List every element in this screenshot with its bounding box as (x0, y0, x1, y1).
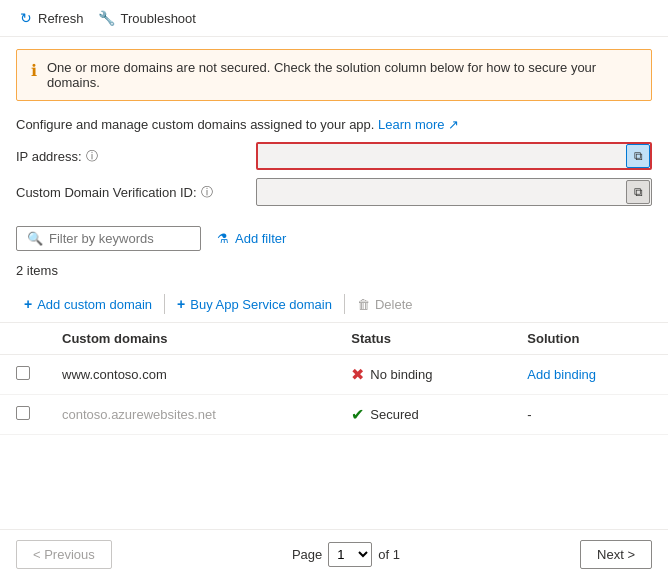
ok-icon: ✔ (351, 405, 364, 424)
next-button[interactable]: Next > (580, 540, 652, 569)
header-checkbox-cell (0, 323, 46, 355)
troubleshoot-button[interactable]: 🔧 Troubleshoot (94, 6, 206, 30)
table-header-row: Custom domains Status Solution (0, 323, 668, 355)
filter-input[interactable] (49, 231, 179, 246)
search-icon: 🔍 (27, 231, 43, 246)
row-2-status: ✔ Secured (335, 395, 511, 435)
row-2-checkbox[interactable] (16, 406, 30, 420)
plus-icon-2: + (177, 296, 185, 312)
copy-icon: ⧉ (634, 149, 643, 163)
row-2-domain: contoso.azurewebsites.net (46, 395, 335, 435)
page-info: Page 1 of 1 (292, 542, 400, 567)
row-2-checkbox-cell (0, 395, 46, 435)
filter-funnel-icon: ⚗ (217, 231, 229, 246)
verification-id-input-wrap: ⧉ (256, 178, 652, 206)
refresh-button[interactable]: ↻ Refresh (16, 6, 94, 30)
trash-icon: 🗑 (357, 297, 370, 312)
add-filter-label: Add filter (235, 231, 286, 246)
verification-id-label: Custom Domain Verification ID: ⓘ (16, 184, 256, 201)
ip-address-field: IP address: ⓘ ⧉ (16, 142, 652, 170)
buy-domain-button[interactable]: + Buy App Service domain (169, 292, 340, 316)
delete-label: Delete (375, 297, 413, 312)
verification-id-field: Custom Domain Verification ID: ⓘ ⧉ (16, 178, 652, 206)
page-label: Page (292, 547, 322, 562)
ip-info-icon[interactable]: ⓘ (86, 148, 98, 165)
delete-button[interactable]: 🗑 Delete (349, 293, 421, 316)
header-custom-domains: Custom domains (46, 323, 335, 355)
header-solution: Solution (511, 323, 668, 355)
alert-banner: ℹ One or more domains are not secured. C… (16, 49, 652, 101)
add-custom-domain-button[interactable]: + Add custom domain (16, 292, 160, 316)
wrench-icon: 🔧 (98, 10, 115, 26)
learn-more-link[interactable]: Learn more ↗ (378, 117, 459, 132)
info-row: Configure and manage custom domains assi… (0, 113, 668, 142)
table-row: contoso.azurewebsites.net ✔ Secured - (0, 395, 668, 435)
row-2-solution: - (511, 395, 668, 435)
table-row: www.contoso.com ✖ No binding Add binding (0, 355, 668, 395)
filter-input-wrap: 🔍 (16, 226, 201, 251)
row-1-checkbox-cell (0, 355, 46, 395)
form-section: IP address: ⓘ ⧉ Custom Domain Verificati… (0, 142, 668, 206)
troubleshoot-label: Troubleshoot (121, 11, 196, 26)
refresh-icon: ↻ (20, 10, 32, 26)
row-1-solution[interactable]: Add binding (511, 355, 668, 395)
toolbar: ↻ Refresh 🔧 Troubleshoot (0, 0, 668, 37)
ip-address-label: IP address: ⓘ (16, 148, 256, 165)
add-filter-button[interactable]: ⚗ Add filter (209, 227, 294, 250)
error-icon: ✖ (351, 365, 364, 384)
ip-copy-button[interactable]: ⧉ (626, 144, 650, 168)
warning-icon: ℹ (31, 61, 37, 80)
row-1-domain: www.contoso.com (46, 355, 335, 395)
info-text: Configure and manage custom domains assi… (16, 117, 374, 132)
action-bar: + Add custom domain + Buy App Service do… (0, 286, 668, 323)
add-binding-link[interactable]: Add binding (527, 367, 596, 382)
action-separator-1 (164, 294, 165, 314)
copy-icon-2: ⧉ (634, 185, 643, 199)
verification-id-input[interactable] (256, 178, 652, 206)
footer: < Previous Page 1 of 1 Next > (0, 529, 668, 579)
add-custom-domain-label: Add custom domain (37, 297, 152, 312)
alert-message: One or more domains are not secured. Che… (47, 60, 637, 90)
buy-domain-label: Buy App Service domain (190, 297, 332, 312)
table-container: Custom domains Status Solution www.conto… (0, 323, 668, 435)
items-count: 2 items (0, 259, 668, 286)
header-status: Status (335, 323, 511, 355)
ip-address-input-wrap: ⧉ (256, 142, 652, 170)
page-select[interactable]: 1 (328, 542, 372, 567)
ip-address-input[interactable] (256, 142, 652, 170)
of-label: of 1 (378, 547, 400, 562)
plus-icon-1: + (24, 296, 32, 312)
domain-table: Custom domains Status Solution www.conto… (0, 323, 668, 435)
previous-button[interactable]: < Previous (16, 540, 112, 569)
row-1-checkbox[interactable] (16, 366, 30, 380)
verification-copy-button[interactable]: ⧉ (626, 180, 650, 204)
row-1-status: ✖ No binding (335, 355, 511, 395)
refresh-label: Refresh (38, 11, 84, 26)
filter-bar: 🔍 ⚗ Add filter (0, 214, 668, 259)
verification-info-icon[interactable]: ⓘ (201, 184, 213, 201)
action-separator-2 (344, 294, 345, 314)
